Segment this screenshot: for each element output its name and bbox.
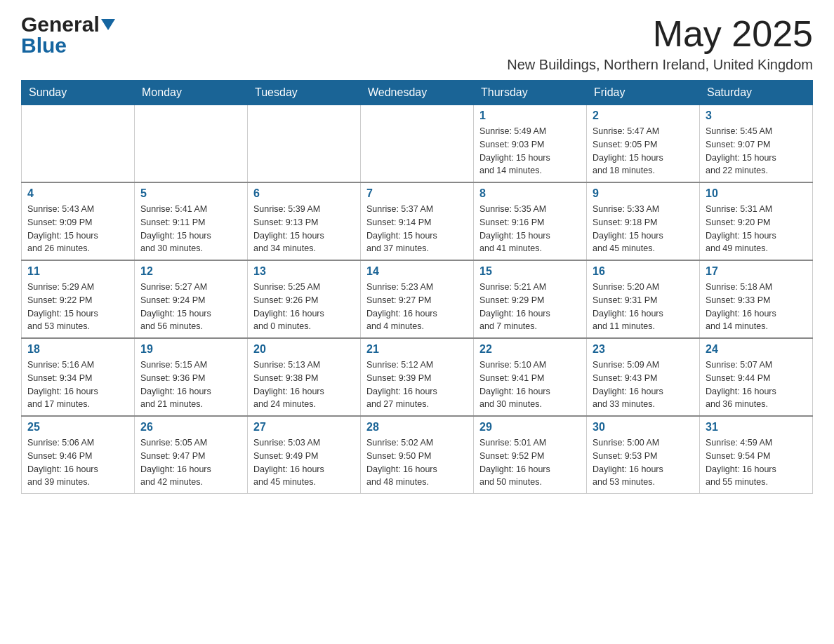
cell-day-number: 14 (366, 265, 468, 278)
cell-sun-info: Sunrise: 5:37 AMSunset: 9:14 PMDaylight:… (366, 203, 468, 255)
cell-sun-info: Sunrise: 5:10 AMSunset: 9:41 PMDaylight:… (479, 358, 581, 411)
cell-sun-info: Sunrise: 5:33 AMSunset: 9:18 PMDaylight:… (593, 203, 694, 255)
cell-sun-info: Sunrise: 5:07 AMSunset: 9:44 PMDaylight:… (706, 358, 807, 411)
week-row: 11Sunrise: 5:29 AMSunset: 9:22 PMDayligh… (22, 260, 813, 338)
calendar-cell: 22Sunrise: 5:10 AMSunset: 9:41 PMDayligh… (474, 338, 587, 416)
calendar-cell: 31Sunrise: 4:59 AMSunset: 9:54 PMDayligh… (700, 416, 813, 494)
cell-sun-info: Sunrise: 5:45 AMSunset: 9:07 PMDaylight:… (706, 125, 807, 177)
calendar-day-header: Sunday (22, 81, 135, 105)
calendar-table: SundayMondayTuesdayWednesdayThursdayFrid… (21, 80, 813, 494)
cell-day-number: 20 (253, 343, 355, 356)
calendar-day-header: Friday (587, 81, 700, 105)
calendar-cell: 2Sunrise: 5:47 AMSunset: 9:05 PMDaylight… (587, 105, 700, 183)
calendar-day-header: Monday (135, 81, 248, 105)
cell-sun-info: Sunrise: 5:06 AMSunset: 9:46 PMDaylight:… (27, 436, 128, 489)
cell-sun-info: Sunrise: 5:21 AMSunset: 9:29 PMDaylight:… (479, 281, 581, 333)
cell-day-number: 2 (593, 109, 694, 122)
cell-sun-info: Sunrise: 5:23 AMSunset: 9:27 PMDaylight:… (366, 281, 468, 333)
calendar-cell: 20Sunrise: 5:13 AMSunset: 9:38 PMDayligh… (248, 338, 361, 416)
cell-sun-info: Sunrise: 5:20 AMSunset: 9:31 PMDaylight:… (593, 281, 694, 333)
calendar-cell: 21Sunrise: 5:12 AMSunset: 9:39 PMDayligh… (361, 338, 474, 416)
calendar-cell (22, 105, 135, 183)
calendar-day-header: Wednesday (361, 81, 474, 105)
calendar-cell: 16Sunrise: 5:20 AMSunset: 9:31 PMDayligh… (587, 260, 700, 338)
calendar-cell: 27Sunrise: 5:03 AMSunset: 9:49 PMDayligh… (248, 416, 361, 494)
cell-sun-info: Sunrise: 5:29 AMSunset: 9:22 PMDaylight:… (27, 281, 128, 333)
cell-day-number: 5 (140, 187, 241, 200)
calendar-cell: 1Sunrise: 5:49 AMSunset: 9:03 PMDaylight… (474, 105, 587, 183)
calendar-cell (248, 105, 361, 183)
cell-day-number: 15 (479, 265, 581, 278)
cell-day-number: 16 (593, 265, 694, 278)
cell-day-number: 27 (253, 421, 355, 434)
cell-day-number: 30 (593, 421, 694, 434)
month-title: May 2025 (507, 14, 813, 54)
calendar-cell: 8Sunrise: 5:35 AMSunset: 9:16 PMDaylight… (474, 182, 587, 260)
calendar-cell: 6Sunrise: 5:39 AMSunset: 9:13 PMDaylight… (248, 182, 361, 260)
calendar-cell: 11Sunrise: 5:29 AMSunset: 9:22 PMDayligh… (22, 260, 135, 338)
cell-sun-info: Sunrise: 5:49 AMSunset: 9:03 PMDaylight:… (479, 125, 581, 177)
cell-day-number: 29 (479, 421, 581, 434)
cell-day-number: 26 (140, 421, 241, 434)
logo: General Blue (21, 14, 115, 56)
calendar-cell: 3Sunrise: 5:45 AMSunset: 9:07 PMDaylight… (700, 105, 813, 183)
cell-day-number: 24 (706, 343, 807, 356)
calendar-cell: 30Sunrise: 5:00 AMSunset: 9:53 PMDayligh… (587, 416, 700, 494)
calendar-cell: 29Sunrise: 5:01 AMSunset: 9:52 PMDayligh… (474, 416, 587, 494)
page-header: General Blue May 2025 New Buildings, Nor… (21, 14, 813, 73)
logo-triangle-icon (101, 19, 115, 30)
cell-sun-info: Sunrise: 5:02 AMSunset: 9:50 PMDaylight:… (366, 436, 468, 489)
calendar-cell: 4Sunrise: 5:43 AMSunset: 9:09 PMDaylight… (22, 182, 135, 260)
calendar-header-row: SundayMondayTuesdayWednesdayThursdayFrid… (22, 81, 813, 105)
title-area: May 2025 New Buildings, Northern Ireland… (507, 14, 813, 73)
cell-sun-info: Sunrise: 5:27 AMSunset: 9:24 PMDaylight:… (140, 281, 241, 333)
cell-day-number: 23 (593, 343, 694, 356)
calendar-cell: 26Sunrise: 5:05 AMSunset: 9:47 PMDayligh… (135, 416, 248, 494)
calendar-day-header: Tuesday (248, 81, 361, 105)
cell-day-number: 31 (706, 421, 807, 434)
cell-sun-info: Sunrise: 5:03 AMSunset: 9:49 PMDaylight:… (253, 436, 355, 489)
cell-sun-info: Sunrise: 5:31 AMSunset: 9:20 PMDaylight:… (706, 203, 807, 255)
cell-day-number: 12 (140, 265, 241, 278)
cell-sun-info: Sunrise: 5:00 AMSunset: 9:53 PMDaylight:… (593, 436, 694, 489)
cell-day-number: 7 (366, 187, 468, 200)
calendar-cell: 25Sunrise: 5:06 AMSunset: 9:46 PMDayligh… (22, 416, 135, 494)
cell-sun-info: Sunrise: 5:43 AMSunset: 9:09 PMDaylight:… (27, 203, 128, 255)
calendar-cell: 19Sunrise: 5:15 AMSunset: 9:36 PMDayligh… (135, 338, 248, 416)
calendar-cell: 23Sunrise: 5:09 AMSunset: 9:43 PMDayligh… (587, 338, 700, 416)
cell-day-number: 6 (253, 187, 355, 200)
cell-sun-info: Sunrise: 5:12 AMSunset: 9:39 PMDaylight:… (366, 358, 468, 411)
cell-sun-info: Sunrise: 5:13 AMSunset: 9:38 PMDaylight:… (253, 358, 355, 411)
cell-sun-info: Sunrise: 5:01 AMSunset: 9:52 PMDaylight:… (479, 436, 581, 489)
logo-blue-text: Blue (21, 34, 67, 57)
calendar-cell: 7Sunrise: 5:37 AMSunset: 9:14 PMDaylight… (361, 182, 474, 260)
calendar-day-header: Thursday (474, 81, 587, 105)
cell-day-number: 10 (706, 187, 807, 200)
cell-day-number: 22 (479, 343, 581, 356)
week-row: 18Sunrise: 5:16 AMSunset: 9:34 PMDayligh… (22, 338, 813, 416)
cell-sun-info: Sunrise: 5:25 AMSunset: 9:26 PMDaylight:… (253, 281, 355, 333)
cell-sun-info: Sunrise: 5:09 AMSunset: 9:43 PMDaylight:… (593, 358, 694, 411)
calendar-cell: 10Sunrise: 5:31 AMSunset: 9:20 PMDayligh… (700, 182, 813, 260)
cell-day-number: 9 (593, 187, 694, 200)
cell-day-number: 3 (706, 109, 807, 122)
cell-day-number: 11 (27, 265, 128, 278)
calendar-cell: 17Sunrise: 5:18 AMSunset: 9:33 PMDayligh… (700, 260, 813, 338)
logo-triangle-wrap (101, 19, 115, 30)
cell-sun-info: Sunrise: 5:15 AMSunset: 9:36 PMDaylight:… (140, 358, 241, 411)
calendar-cell (361, 105, 474, 183)
calendar-cell (135, 105, 248, 183)
cell-day-number: 8 (479, 187, 581, 200)
calendar-cell: 15Sunrise: 5:21 AMSunset: 9:29 PMDayligh… (474, 260, 587, 338)
calendar-cell: 9Sunrise: 5:33 AMSunset: 9:18 PMDaylight… (587, 182, 700, 260)
cell-sun-info: Sunrise: 5:39 AMSunset: 9:13 PMDaylight:… (253, 203, 355, 255)
location-subtitle: New Buildings, Northern Ireland, United … (507, 57, 813, 73)
calendar-cell: 18Sunrise: 5:16 AMSunset: 9:34 PMDayligh… (22, 338, 135, 416)
cell-day-number: 4 (27, 187, 128, 200)
cell-day-number: 17 (706, 265, 807, 278)
calendar-cell: 28Sunrise: 5:02 AMSunset: 9:50 PMDayligh… (361, 416, 474, 494)
week-row: 25Sunrise: 5:06 AMSunset: 9:46 PMDayligh… (22, 416, 813, 494)
cell-sun-info: Sunrise: 5:18 AMSunset: 9:33 PMDaylight:… (706, 281, 807, 333)
logo-general-text: General (21, 14, 100, 35)
week-row: 1Sunrise: 5:49 AMSunset: 9:03 PMDaylight… (22, 105, 813, 183)
